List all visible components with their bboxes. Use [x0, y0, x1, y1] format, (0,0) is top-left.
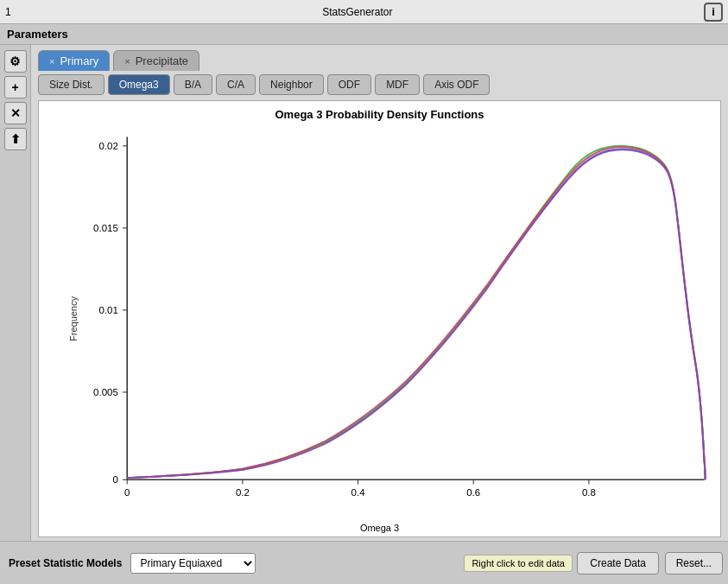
chart-area: Omega 3 Probability Density Functions Fr…	[38, 100, 721, 537]
svg-text:0.6: 0.6	[466, 487, 480, 498]
tab-mdf[interactable]: MDF	[375, 74, 420, 95]
svg-text:0.01: 0.01	[98, 305, 117, 315]
x-axis-label: Omega 3	[360, 523, 399, 533]
svg-text:0.4: 0.4	[351, 487, 366, 498]
svg-text:0.2: 0.2	[236, 487, 250, 498]
reset-button[interactable]: Reset...	[665, 552, 723, 574]
window-number: 1	[5, 6, 11, 18]
info-button[interactable]: i	[704, 3, 723, 22]
svg-text:0.015: 0.015	[93, 223, 118, 233]
tab-odf[interactable]: ODF	[327, 74, 371, 95]
titlebar: 1 StatsGenerator i	[0, 0, 728, 24]
svg-text:0: 0	[124, 487, 130, 498]
precipitate-tab-close[interactable]: ×	[124, 56, 130, 67]
svg-text:0.02: 0.02	[98, 141, 117, 151]
parameters-label: Parameters	[0, 24, 728, 45]
right-panel: × Primary × Precipitate Size Dist. Omega…	[31, 45, 728, 541]
tab-ca[interactable]: C/A	[216, 74, 256, 95]
move-up-button[interactable]: ⬆	[4, 128, 27, 150]
tab-axis-odf[interactable]: Axis ODF	[423, 74, 490, 95]
preset-select[interactable]: Primary Equiaxed Primary Rolled Precipit…	[130, 553, 256, 574]
remove-button[interactable]: ✕	[4, 102, 27, 124]
primary-tab-close[interactable]: ×	[49, 56, 54, 67]
tab-omega3[interactable]: Omega3	[108, 74, 170, 95]
bottom-bar: Preset Statistic Models Primary Equiaxed…	[0, 541, 728, 584]
chart-title: Omega 3 Probability Density Functions	[275, 108, 484, 121]
phase-tab-primary[interactable]: × Primary	[38, 50, 110, 71]
phase-tab-precipitate[interactable]: × Precipitate	[113, 50, 199, 71]
chart-svg: 0.02 0.015 0.01 0.005 0 0	[82, 124, 713, 519]
primary-tab-label: Primary	[60, 54, 98, 67]
tab-ba[interactable]: B/A	[174, 74, 212, 95]
settings-button[interactable]: ⚙	[4, 50, 27, 73]
chart-svg-container: 0.02 0.015 0.01 0.005 0 0	[39, 121, 720, 523]
svg-text:0.8: 0.8	[582, 487, 596, 498]
tab-neighbor[interactable]: Neighbor	[259, 74, 324, 95]
y-axis-label: Frequency	[68, 296, 79, 341]
add-button[interactable]: +	[4, 76, 27, 98]
precipitate-tab-label: Precipitate	[136, 54, 188, 67]
svg-text:0.005: 0.005	[93, 387, 118, 397]
right-click-hint: Right click to edit data	[464, 555, 573, 572]
preset-statistic-models-label: Preset Statistic Models	[9, 557, 122, 569]
svg-text:0: 0	[112, 474, 117, 485]
create-data-button[interactable]: Create Data	[577, 552, 659, 574]
phase-tab-bar: × Primary × Precipitate	[31, 45, 728, 71]
left-toolbar: ⚙ + ✕ ⬆	[0, 45, 31, 541]
main-content: ⚙ + ✕ ⬆ × Primary × Precipitate Size Dis…	[0, 45, 728, 541]
tab-size-dist[interactable]: Size Dist.	[38, 74, 104, 95]
app-title: StatsGenerator	[322, 6, 392, 18]
sub-tab-bar: Size Dist. Omega3 B/A C/A Neighbor ODF M…	[31, 71, 728, 98]
